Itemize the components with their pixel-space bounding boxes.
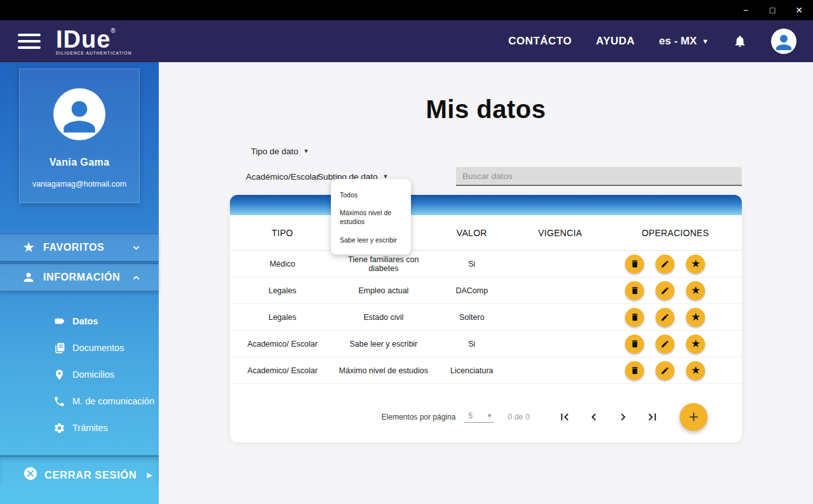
brand-name: IDue — [56, 26, 111, 53]
edit-button[interactable] — [655, 281, 675, 300]
profile-card: Vania Gama vaniagamag@hotmail.com — [19, 69, 140, 203]
cell-valor: Soltero — [432, 313, 511, 322]
dropdown-option-sabe-leer[interactable]: Sabe leer y escribir — [331, 233, 411, 247]
favorite-button[interactable]: ★ — [686, 308, 705, 327]
previous-page-button[interactable] — [586, 409, 602, 425]
delete-button[interactable] — [625, 255, 644, 274]
delete-button[interactable] — [625, 308, 644, 327]
delete-button[interactable] — [625, 281, 644, 300]
sidebar-item-tramites[interactable]: Trámites — [0, 414, 159, 441]
delete-button[interactable] — [625, 335, 644, 354]
edit-button[interactable] — [655, 308, 675, 327]
star-icon: ★ — [20, 239, 37, 256]
sidebar-item-documentos[interactable]: Documentos — [0, 335, 159, 361]
chevron-down-icon: ▼ — [702, 38, 709, 45]
search-input[interactable] — [456, 167, 742, 186]
column-header-tipo: TIPO — [230, 228, 335, 238]
cell-descripcion: Tiene familiares con diabetes — [335, 255, 432, 273]
maximize-icon[interactable]: □ — [767, 6, 777, 15]
phone-icon — [53, 395, 69, 408]
cell-tipo: Legales — [230, 313, 335, 322]
profile-name: Vania Gama — [50, 157, 110, 168]
label-card-icon — [53, 315, 69, 328]
page-title: Mis datos — [159, 95, 813, 124]
table-header-band — [230, 195, 742, 215]
nav-contacto[interactable]: CONTÁCTO — [508, 35, 572, 48]
section-label-informacion: INFORMACIÓN — [43, 272, 120, 283]
profile-email: vaniagamag@hotmail.com — [32, 180, 126, 189]
sidebar-item-medios-comunicacion[interactable]: M. de comunicación — [0, 388, 159, 414]
first-page-button[interactable] — [556, 409, 573, 425]
items-per-page-select[interactable]: 5 ▼ — [464, 411, 494, 423]
edit-button[interactable] — [655, 335, 675, 354]
data-table-card: TIPO VALOR VIGENCIA OPERACIONES Médico T… — [230, 195, 742, 442]
star-icon: ★ — [691, 365, 701, 376]
dropdown-option-todos[interactable]: Todos — [331, 188, 411, 202]
close-circle-icon — [23, 466, 38, 484]
sidebar-item-datos[interactable]: Datos — [0, 308, 159, 335]
registered-mark: ® — [111, 27, 115, 34]
sidebar-item-label: M. de comunicación — [72, 396, 154, 406]
cell-descripcion: Sabe leer y escribir — [335, 340, 432, 348]
sidebar-section-favoritos[interactable]: ★ FAVORITOS — [0, 234, 159, 262]
person-icon — [20, 270, 37, 284]
sidebar-item-label: Datos — [72, 316, 98, 326]
window-titlebar: − □ ✕ — [0, 0, 813, 20]
table-row: Legales Estado civil Soltero ★ — [230, 304, 742, 331]
last-page-button[interactable] — [644, 409, 661, 425]
logout-button[interactable]: CERRAR SESIÓN ▶ — [0, 455, 159, 484]
brand-tagline: DILIGENCE AUTHENTICATION — [56, 51, 131, 55]
sidebar-item-label: Trámites — [72, 423, 108, 433]
section-label-favoritos: FAVORITOS — [43, 242, 104, 253]
star-icon: ★ — [691, 338, 701, 349]
close-icon[interactable]: ✕ — [794, 6, 804, 15]
chevron-down-icon — [131, 243, 141, 253]
items-per-page-value: 5 — [468, 411, 473, 420]
plus-icon: + — [689, 408, 698, 425]
cell-descripcion: Estado civil — [335, 313, 432, 322]
language-selector[interactable]: es - MX ▼ — [659, 35, 709, 48]
edit-button[interactable] — [655, 361, 675, 380]
add-button[interactable]: + — [680, 403, 708, 431]
favorite-button[interactable]: ★ — [686, 335, 705, 354]
hamburger-menu-icon[interactable] — [18, 34, 41, 49]
cell-descripcion: Empleo actual — [335, 286, 432, 295]
column-header-vigencia: VIGENCIA — [511, 228, 608, 238]
cell-descripcion: Máximo nivel de estudios — [335, 366, 432, 375]
table-footer: Elementos por página 5 ▼ 0 de 0 + — [230, 401, 742, 434]
subtipo-dropdown-menu: Todos Máximos nivel de estudios Sabe lee… — [331, 179, 411, 255]
minimize-icon[interactable]: − — [741, 6, 751, 15]
star-icon: ★ — [691, 285, 701, 296]
notifications-bell-icon[interactable] — [733, 34, 747, 48]
user-avatar[interactable] — [771, 29, 796, 54]
chevron-up-icon — [131, 273, 141, 282]
favorite-button[interactable]: ★ — [686, 281, 705, 300]
column-header-operaciones: OPERACIONES — [608, 228, 742, 238]
sidebar-item-domicilios[interactable]: Domicilios — [0, 361, 159, 388]
sidebar-section-informacion[interactable]: INFORMACIÓN — [0, 263, 159, 291]
sidebar-item-label: Documentos — [72, 343, 124, 353]
cell-valor: DAComp — [432, 286, 511, 295]
items-per-page-label: Elementos por página — [382, 413, 456, 421]
table-row: Médico Tiene familiares con diabetes Si … — [230, 251, 742, 277]
table-row: Legales Empleo actual DAComp ★ — [230, 277, 742, 304]
cell-valor: Licenciatura — [432, 366, 511, 375]
map-pin-icon — [53, 369, 69, 381]
dropdown-option-maximos-nivel[interactable]: Máximos nivel de estudios — [331, 206, 411, 229]
favorite-button[interactable]: ★ — [686, 255, 705, 274]
nav-ayuda[interactable]: AYUDA — [596, 35, 635, 48]
favorite-button[interactable]: ★ — [686, 361, 705, 380]
next-page-button[interactable] — [615, 409, 631, 425]
logout-label: CERRAR SESIÓN — [44, 469, 137, 481]
star-icon: ★ — [691, 258, 701, 269]
arrow-right-icon: ▶ — [147, 471, 152, 479]
edit-button[interactable] — [655, 255, 675, 274]
tipo-de-dato-filter[interactable]: Tipo de dato ▼ — [230, 147, 742, 156]
profile-avatar — [53, 88, 105, 140]
chevron-down-icon: ▼ — [304, 149, 309, 154]
gear-icon — [53, 422, 69, 434]
cell-valor: Si — [432, 340, 511, 348]
delete-button[interactable] — [625, 361, 644, 380]
star-icon: ★ — [691, 312, 701, 322]
brand-logo: IDue® DILIGENCE AUTHENTICATION — [56, 29, 131, 55]
